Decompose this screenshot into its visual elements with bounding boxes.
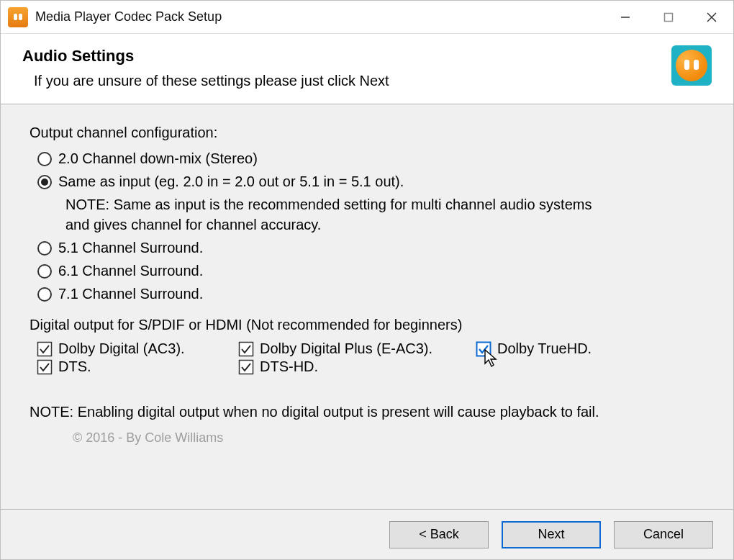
- page-subtitle: If you are unsure of these settings plea…: [34, 73, 712, 89]
- checkbox-icon: [238, 359, 254, 375]
- radio-icon: [37, 286, 53, 302]
- checkbox-label: Dolby Digital Plus (E-AC3).: [260, 340, 432, 357]
- header-panel: Audio Settings If you are unsure of thes…: [1, 34, 733, 104]
- checkbox-icon: [238, 341, 254, 357]
- checkbox-icon: [37, 359, 53, 375]
- window-title: Media Player Codec Pack Setup: [35, 9, 604, 24]
- checkbox-truehd[interactable]: Dolby TrueHD.: [476, 340, 656, 357]
- checkbox-eac3[interactable]: Dolby Digital Plus (E-AC3).: [238, 340, 476, 357]
- wizard-button-bar: < Back Next Cancel: [1, 509, 733, 559]
- content-area: Output channel configuration: 2.0 Channe…: [1, 104, 733, 453]
- close-button[interactable]: [690, 1, 733, 33]
- radio-label: 2.0 Channel down-mix (Stereo): [58, 148, 258, 168]
- checkbox-dtshd[interactable]: DTS-HD.: [238, 358, 476, 375]
- checkbox-ac3[interactable]: Dolby Digital (AC3).: [37, 340, 238, 357]
- radio-icon: [37, 151, 53, 167]
- svg-point-8: [38, 265, 51, 278]
- digital-output-section: Digital output for S/PDIF or HDMI (Not r…: [30, 317, 704, 375]
- window-controls: [604, 1, 733, 33]
- svg-point-9: [38, 288, 51, 301]
- installer-window: Media Player Codec Pack Setup Audio Sett…: [0, 0, 734, 560]
- radio-option-same-as-input[interactable]: Same as input (eg. 2.0 in = 2.0 out or 5…: [37, 171, 704, 191]
- radio-icon: [37, 240, 53, 256]
- svg-rect-13: [38, 360, 52, 374]
- svg-rect-1: [665, 13, 673, 21]
- minimize-button[interactable]: [604, 1, 647, 33]
- checkbox-label: Dolby Digital (AC3).: [58, 340, 185, 357]
- svg-rect-12: [477, 342, 491, 356]
- radio-option-5-1[interactable]: 5.1 Channel Surround.: [37, 238, 704, 258]
- svg-point-7: [38, 242, 51, 255]
- radio-option-6-1[interactable]: 6.1 Channel Surround.: [37, 261, 704, 281]
- page-heading: Audio Settings: [22, 47, 712, 66]
- checkbox-label: DTS.: [58, 358, 91, 375]
- svg-point-6: [41, 179, 48, 186]
- svg-point-4: [38, 153, 51, 166]
- checkbox-label: DTS-HD.: [260, 358, 318, 375]
- radio-option-stereo[interactable]: 2.0 Channel down-mix (Stereo): [37, 148, 704, 168]
- radio-label: 5.1 Channel Surround.: [58, 238, 203, 258]
- radio-label: 6.1 Channel Surround.: [58, 261, 203, 281]
- close-icon: [706, 12, 717, 23]
- same-as-input-note-line2: and gives channel for channel accuracy.: [65, 214, 704, 235]
- radio-icon: [37, 174, 53, 190]
- svg-rect-10: [38, 342, 52, 356]
- checkbox-icon: [37, 341, 53, 357]
- product-logo: [671, 45, 712, 86]
- checkbox-icon: [476, 341, 491, 357]
- radio-label: 7.1 Channel Surround.: [58, 284, 203, 304]
- svg-rect-11: [240, 342, 253, 356]
- cancel-button[interactable]: Cancel: [614, 521, 713, 548]
- same-as-input-note-line1: NOTE: Same as input is the recommended s…: [65, 194, 704, 214]
- titlebar: Media Player Codec Pack Setup: [1, 1, 733, 34]
- digital-section-label: Digital output for S/PDIF or HDMI (Not r…: [30, 317, 704, 333]
- maximize-icon: [663, 12, 674, 22]
- checkbox-label: Dolby TrueHD.: [497, 340, 592, 357]
- next-button[interactable]: Next: [502, 521, 601, 548]
- maximize-button[interactable]: [647, 1, 690, 33]
- digital-check-grid: Dolby Digital (AC3). Dolby Digital Plus …: [37, 340, 704, 375]
- copyright-text: © 2016 - By Cole Williams: [73, 430, 704, 446]
- app-icon: [8, 7, 28, 27]
- bottom-warning-note: NOTE: Enabling digital output when no di…: [30, 404, 704, 420]
- radio-label: Same as input (eg. 2.0 in = 2.0 out or 5…: [58, 171, 404, 191]
- minimize-icon: [620, 12, 630, 22]
- output-section-label: Output channel configuration:: [30, 125, 704, 141]
- radio-option-7-1[interactable]: 7.1 Channel Surround.: [37, 284, 704, 304]
- svg-rect-14: [240, 360, 253, 374]
- checkbox-dts[interactable]: DTS.: [37, 358, 238, 375]
- back-button[interactable]: < Back: [389, 521, 489, 548]
- radio-icon: [37, 263, 53, 279]
